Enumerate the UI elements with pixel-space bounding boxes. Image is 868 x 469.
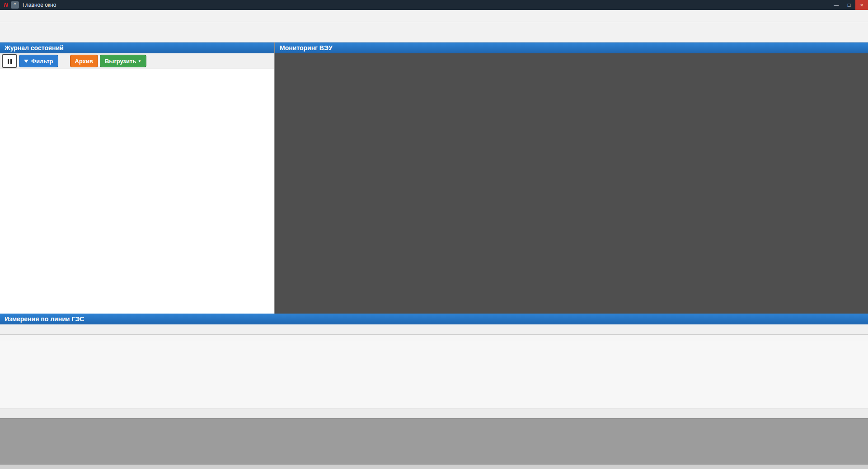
overview-strip[interactable] xyxy=(0,418,868,464)
window-title: Главное окно xyxy=(23,2,830,8)
journal-panel-title: Журнал состояний xyxy=(0,42,274,53)
minimize-button[interactable]: — xyxy=(830,0,843,10)
app-menu-icon[interactable]: ^ xyxy=(11,1,19,9)
main-toolbar xyxy=(0,22,868,42)
close-button[interactable]: × xyxy=(855,0,868,10)
measurements-panel: Измерения по линии ГЭС xyxy=(0,314,868,469)
monitoring-panel-title: Мониторинг ВЭУ xyxy=(275,42,868,53)
chart-toolbar xyxy=(0,324,868,335)
journal-table xyxy=(0,69,274,314)
journal-panel: Журнал состояний Фильтр Архив Выгрузить … xyxy=(0,42,275,314)
archive-button[interactable]: Архив xyxy=(70,55,98,67)
export-button[interactable]: Выгрузить ▼ xyxy=(100,55,146,67)
titlebar: N ^ Главное окно — □ × xyxy=(0,0,868,10)
chart-x-axis xyxy=(0,409,868,414)
journal-filter-bar: Фильтр Архив Выгрузить ▼ xyxy=(0,53,274,69)
journal-pause-button[interactable] xyxy=(2,54,17,68)
monitoring-panel: Мониторинг ВЭУ xyxy=(275,42,868,314)
filter-button[interactable]: Фильтр xyxy=(19,55,58,67)
app-logo-icon: N xyxy=(2,1,10,9)
chart-legend xyxy=(0,335,868,341)
menu-bar xyxy=(0,10,868,22)
funnel-icon xyxy=(24,60,28,63)
measurements-panel-title: Измерения по линии ГЭС xyxy=(0,314,868,324)
overview-x-axis xyxy=(0,464,868,469)
maximize-button[interactable]: □ xyxy=(843,0,855,10)
trend-chart[interactable] xyxy=(0,341,868,409)
